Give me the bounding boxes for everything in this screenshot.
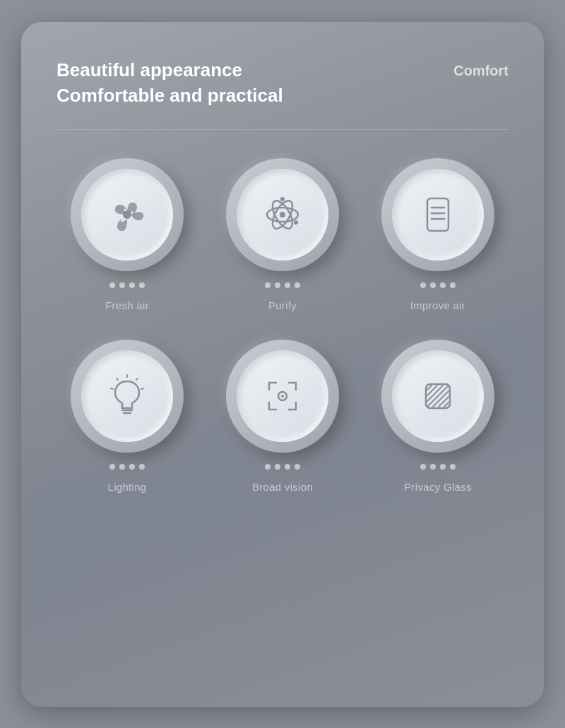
atom-icon <box>258 190 307 239</box>
svg-line-24 <box>427 386 448 407</box>
dot <box>275 464 280 470</box>
glass-icon <box>413 371 463 421</box>
dot <box>119 464 125 470</box>
feature-privacy-glass: Privacy Glass <box>367 340 509 493</box>
dot <box>430 464 436 470</box>
dots-lighting <box>109 464 145 470</box>
svg-line-16 <box>111 388 113 389</box>
circle-outer-fresh-air <box>71 158 184 271</box>
main-card: Beautiful appearance Comfortable and pra… <box>21 22 544 707</box>
circle-outer-lighting <box>71 340 184 453</box>
page-title: Beautiful appearance Comfortable and pra… <box>56 57 283 109</box>
dot <box>139 282 145 288</box>
circle-outer-broad-vision <box>226 340 339 453</box>
circle-inner-improve-air <box>392 169 484 261</box>
circle-inner-purify <box>237 169 328 261</box>
dot <box>129 464 135 470</box>
circle-inner-privacy-glass <box>392 350 484 442</box>
feature-purify: Purify <box>212 158 353 311</box>
circle-outer-improve-air <box>381 158 494 271</box>
dots-improve-air <box>420 282 456 288</box>
dot <box>440 464 446 470</box>
dot <box>139 464 145 470</box>
dot <box>129 282 135 288</box>
fan-icon <box>102 190 152 239</box>
svg-line-21 <box>427 386 432 390</box>
svg-point-4 <box>280 212 285 217</box>
svg-rect-7 <box>427 198 448 231</box>
svg-point-6 <box>294 220 298 225</box>
label-fresh-air: Fresh air <box>105 299 149 311</box>
dot <box>295 282 300 288</box>
dot <box>450 464 456 470</box>
circle-inner-lighting <box>81 350 173 442</box>
circle-outer-privacy-glass <box>381 340 494 453</box>
svg-line-14 <box>117 378 118 380</box>
dot <box>295 464 300 470</box>
dot <box>450 282 456 288</box>
svg-line-26 <box>439 397 448 407</box>
label-broad-vision: Broad vision <box>252 481 313 493</box>
svg-line-27 <box>444 402 448 407</box>
dot <box>420 464 426 470</box>
dot <box>265 282 270 288</box>
dot <box>119 282 125 288</box>
label-purify: Purify <box>268 299 297 311</box>
dots-broad-vision <box>265 464 300 470</box>
feature-improve-air: Improve air <box>367 158 509 311</box>
filter-icon <box>413 190 463 239</box>
svg-point-19 <box>281 395 284 398</box>
features-grid: Fresh air <box>56 158 509 493</box>
svg-line-17 <box>141 388 143 389</box>
svg-line-22 <box>427 386 437 395</box>
dots-purify <box>265 282 300 288</box>
feature-lighting: Lighting <box>56 340 198 493</box>
bulb-icon <box>102 371 152 421</box>
feature-broad-vision: Broad vision <box>212 340 353 493</box>
dot <box>285 282 290 288</box>
comfort-label: Comfort <box>453 57 509 79</box>
dot <box>109 464 115 470</box>
dot <box>440 282 446 288</box>
circle-outer-purify <box>226 158 339 271</box>
circle-inner-broad-vision <box>237 350 328 442</box>
dot <box>275 282 280 288</box>
dot <box>420 282 426 288</box>
label-improve-air: Improve air <box>410 299 465 311</box>
header: Beautiful appearance Comfortable and pra… <box>56 57 509 109</box>
dot <box>265 464 270 470</box>
dot <box>430 282 436 288</box>
circle-inner-fresh-air <box>81 169 173 261</box>
feature-fresh-air: Fresh air <box>56 158 198 311</box>
dot <box>285 464 290 470</box>
dot <box>109 282 115 288</box>
scan-icon <box>258 371 307 421</box>
label-lighting: Lighting <box>108 481 147 493</box>
label-privacy-glass: Privacy Glass <box>404 481 472 493</box>
svg-point-5 <box>280 197 285 201</box>
divider <box>56 129 509 130</box>
svg-line-15 <box>136 378 138 380</box>
dots-fresh-air <box>109 282 145 288</box>
dots-privacy-glass <box>420 464 456 470</box>
